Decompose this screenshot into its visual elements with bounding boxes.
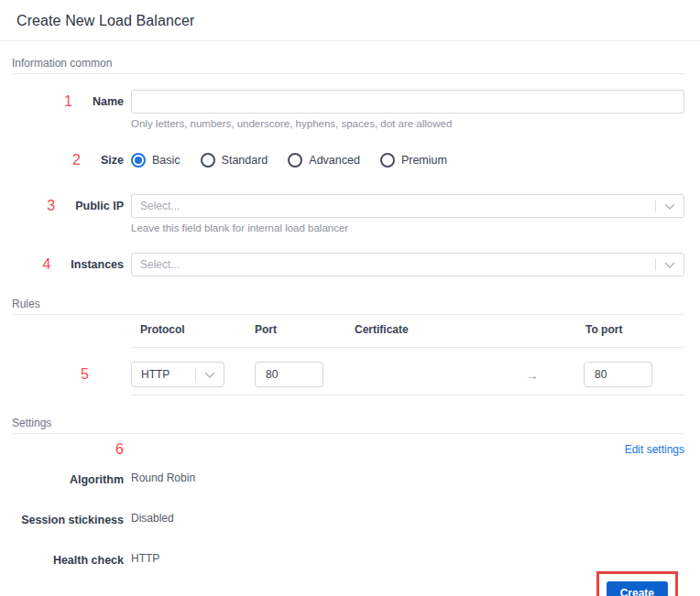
size-label: Size bbox=[101, 154, 124, 167]
rules-header-row: Protocol Port Certificate To port bbox=[131, 323, 684, 348]
health-check-value: HTTP bbox=[131, 551, 159, 568]
size-radio-advanced[interactable]: Advanced bbox=[288, 153, 360, 168]
arrow-right-icon: → bbox=[525, 367, 539, 383]
radio-icon bbox=[201, 153, 215, 168]
size-row: 2 Size Basic Standard Advanced Premium bbox=[12, 151, 684, 169]
setting-row-algorithm: Algorithm Round Robin bbox=[12, 471, 684, 487]
rule-row: 5 HTTP → bbox=[131, 348, 684, 396]
annotation-number-1: 1 bbox=[64, 93, 72, 110]
annotation-number-6: 6 bbox=[115, 441, 124, 458]
section-settings: Settings bbox=[12, 417, 684, 434]
protocol-select[interactable]: HTTP bbox=[131, 362, 224, 387]
footer-row: Create bbox=[12, 571, 684, 596]
name-input[interactable] bbox=[131, 90, 684, 114]
radio-icon bbox=[288, 153, 302, 168]
session-stickiness-label: Session stickiness bbox=[21, 514, 124, 526]
public-ip-helper-text: Leave this field blank for internal load… bbox=[131, 222, 684, 233]
size-radio-basic[interactable]: Basic bbox=[131, 153, 180, 168]
chevron-down-icon bbox=[656, 203, 684, 210]
name-label: Name bbox=[93, 95, 124, 108]
create-button[interactable]: Create bbox=[607, 581, 668, 596]
page-header: Create New Load Balancer bbox=[0, 0, 700, 41]
annotation-number-2: 2 bbox=[72, 152, 81, 168]
section-rules: Rules bbox=[12, 298, 684, 315]
settings-header-row: 6 Edit settings bbox=[12, 441, 684, 458]
annotation-number-5: 5 bbox=[81, 366, 89, 383]
health-check-label: Health check bbox=[53, 554, 124, 567]
form-content: Information common 1 Name Only letters, … bbox=[0, 57, 700, 596]
public-ip-row: 3 Public IP Select... Leave this field b… bbox=[12, 194, 684, 233]
column-header-to-port: To port bbox=[584, 323, 684, 336]
setting-row-session-stickiness: Session stickiness Disabled bbox=[12, 511, 684, 527]
session-stickiness-value: Disabled bbox=[131, 511, 174, 527]
size-radio-standard[interactable]: Standard bbox=[201, 153, 268, 168]
annotation-number-3: 3 bbox=[47, 198, 55, 214]
port-input[interactable] bbox=[255, 362, 323, 387]
radio-icon bbox=[380, 153, 395, 168]
radio-icon bbox=[131, 153, 146, 168]
rules-table: Protocol Port Certificate To port 5 HTTP bbox=[131, 323, 684, 396]
instances-label: Instances bbox=[71, 258, 124, 271]
instances-select[interactable]: Select... bbox=[131, 253, 684, 276]
edit-settings-link[interactable]: Edit settings bbox=[625, 443, 684, 456]
setting-row-health-check: Health check HTTP bbox=[12, 551, 684, 568]
name-row: 1 Name Only letters, numbers, underscore… bbox=[12, 90, 684, 129]
public-ip-label: Public IP bbox=[75, 200, 124, 212]
chevron-down-icon bbox=[656, 262, 684, 268]
annotation-number-4: 4 bbox=[42, 256, 50, 273]
size-radio-premium[interactable]: Premium bbox=[380, 153, 447, 168]
algorithm-value: Round Robin bbox=[131, 471, 195, 487]
page-title: Create New Load Balancer bbox=[16, 13, 684, 29]
instances-row: 4 Instances Select... bbox=[12, 253, 684, 276]
size-radio-group: Basic Standard Advanced Premium bbox=[131, 151, 467, 169]
column-header-certificate: Certificate bbox=[355, 323, 584, 336]
chevron-down-icon bbox=[196, 372, 224, 378]
name-helper-text: Only letters, numbers, underscore, hyphe… bbox=[131, 118, 684, 129]
public-ip-select[interactable]: Select... bbox=[131, 194, 684, 218]
algorithm-label: Algorithm bbox=[70, 473, 124, 486]
column-header-port: Port bbox=[255, 323, 355, 336]
annotation-highlight-box: Create bbox=[596, 571, 678, 596]
to-port-input[interactable] bbox=[584, 362, 652, 387]
section-information-common: Information common bbox=[12, 57, 684, 74]
column-header-protocol: Protocol bbox=[131, 323, 255, 336]
